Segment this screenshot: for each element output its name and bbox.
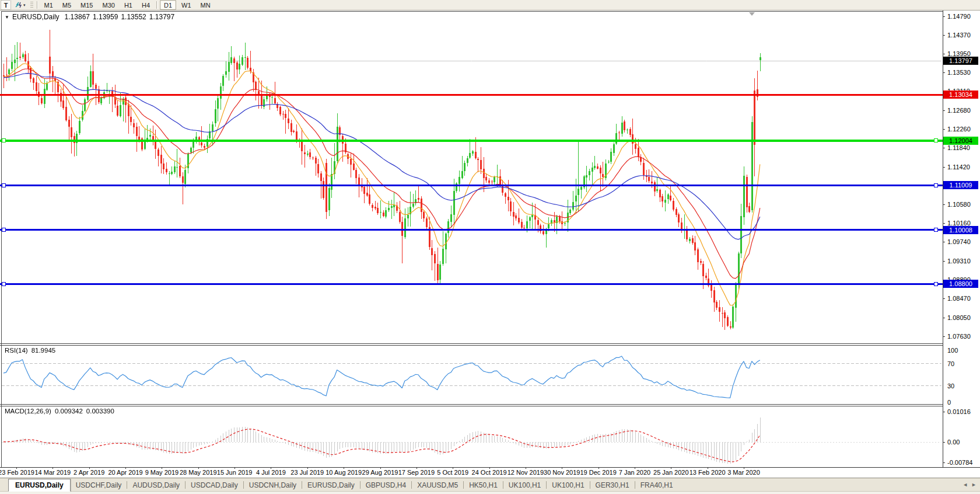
line-handle-icon[interactable] <box>934 183 938 187</box>
price-axis-tick-label: 1.11840 <box>947 144 970 151</box>
price-axis[interactable]: 1.147901.143701.139501.135301.131101.126… <box>943 11 980 467</box>
timeframe-button-h1[interactable]: H1 <box>120 0 136 10</box>
timeframe-button-m5[interactable]: M5 <box>58 0 75 10</box>
timeframe-button-m15[interactable]: M15 <box>76 0 97 10</box>
line-handle-icon[interactable] <box>934 228 938 232</box>
chart-tab-uk100-h1[interactable]: UK100,H1 <box>503 479 546 490</box>
chart-tab-bar: EURUSD,DailyUSDCHF,DailyAUDUSD,DailyUSDC… <box>0 478 980 494</box>
low-value: 1.13552 <box>121 13 146 21</box>
horizontal-line-object[interactable] <box>0 94 943 96</box>
macd-name: MACD(12,26,9) <box>5 408 51 415</box>
open-value: 1.13867 <box>65 13 90 21</box>
toolbar-grip[interactable] <box>30 2 33 9</box>
chart-tab-usdcad-daily[interactable]: USDCAD,Daily <box>186 479 243 490</box>
price-axis-tick-label: 1.10580 <box>947 201 971 208</box>
chevron-down-icon: ▾ <box>23 3 26 8</box>
timeframe-button-m30[interactable]: M30 <box>98 0 118 10</box>
rsi-axis-label: 100 <box>947 347 958 354</box>
close-value: 1.13797 <box>149 13 174 21</box>
tab-scroll-nav: ◄ ► <box>963 482 977 488</box>
time-axis-label: 9 May 2019 <box>145 469 178 476</box>
macd-axis-label: 0.01016 <box>947 408 971 415</box>
time-axis-label: 5 Oct 2019 <box>437 469 468 476</box>
time-axis-label: 17 Sep 2019 <box>398 469 435 476</box>
text-tool-button[interactable]: T <box>1 0 11 10</box>
time-axis-label: 12 Nov 2019 <box>508 469 544 476</box>
cursor-arrows-button[interactable]: ▾ <box>12 0 28 10</box>
timeframe-button-h4[interactable]: H4 <box>138 0 154 10</box>
rsi-axis-label: 70 <box>947 360 954 367</box>
chart-tab-usdchf-daily[interactable]: USDCHF,Daily <box>71 479 127 490</box>
horizontal-line-object[interactable] <box>0 185 943 186</box>
price-badge-support: 1.10008 <box>943 226 978 234</box>
price-badge-resistance: 1.13034 <box>943 91 978 99</box>
macd-axis-label: -0.00784 <box>947 459 972 466</box>
timeframe-button-w1[interactable]: W1 <box>177 0 195 10</box>
time-axis-label: 2 Apr 2019 <box>74 469 104 476</box>
tab-scroll-right-icon[interactable]: ► <box>971 482 977 488</box>
chart-tab-eurusd-daily[interactable]: EURUSD,Daily <box>302 479 360 490</box>
horizontal-line-object[interactable] <box>0 140 943 142</box>
time-axis-label: 4 Jul 2019 <box>256 469 286 476</box>
price-axis-tick-label: 1.08470 <box>947 295 971 302</box>
symbol-dropdown-icon[interactable]: ▼ <box>5 15 9 20</box>
time-axis-label: 28 May 2019 <box>180 469 217 476</box>
chart-tab-audusd-daily[interactable]: AUDUSD,Daily <box>127 479 185 490</box>
time-axis-label: 10 Aug 2019 <box>326 469 362 476</box>
horizontal-line-object[interactable] <box>0 283 943 285</box>
chart-tab-usdcnh-daily[interactable]: USDCNH,Daily <box>244 479 302 490</box>
time-axis-label: 23 Jul 2019 <box>290 469 324 476</box>
rsi-name: RSI(14) <box>5 347 28 354</box>
macd-label: MACD(12,26,9) 0.009342 0.003390 <box>5 408 114 415</box>
macd-axis-label: 0.00 <box>947 439 960 446</box>
timeframe-button-mn[interactable]: MN <box>197 0 215 10</box>
chart-tab-eurusd-daily[interactable]: EURUSD,Daily <box>8 479 71 492</box>
price-badge-support: 1.11009 <box>943 181 978 189</box>
line-handle-icon[interactable] <box>934 138 938 142</box>
line-handle-icon[interactable] <box>2 183 6 187</box>
time-axis-label: 24 Oct 2019 <box>472 469 507 476</box>
time-axis-label: 13 Feb 2020 <box>690 469 726 476</box>
price-badge-current-price: 1.13797 <box>943 57 978 65</box>
cursor-arrows-icon <box>15 1 22 9</box>
chart-ohlc-header: ▼ EURUSD,Daily 1.13867 1.13959 1.13552 1… <box>5 13 174 21</box>
macd-signal-value: 0.003390 <box>86 408 114 415</box>
price-axis-line <box>943 11 943 467</box>
price-badge-support: 1.12004 <box>943 137 978 145</box>
tab-scroll-left-icon[interactable]: ◄ <box>963 482 968 488</box>
chart-tab-uk100-h1[interactable]: UK100,H1 <box>547 479 589 490</box>
horizontal-line-object[interactable] <box>0 229 943 231</box>
line-handle-icon[interactable] <box>2 228 6 232</box>
time-axis-label: 23 Feb 2019 <box>0 469 34 476</box>
timeframe-button-m1[interactable]: M1 <box>40 0 57 10</box>
line-handle-icon[interactable] <box>2 282 6 286</box>
price-axis-tick-label: 1.09740 <box>947 238 971 245</box>
time-axis-label: 19 Dec 2019 <box>580 469 616 476</box>
timeframe-button-d1[interactable]: D1 <box>160 0 176 10</box>
time-axis-label: 25 Jan 2020 <box>653 469 689 476</box>
high-value: 1.13959 <box>93 13 118 21</box>
rsi-axis-label: 30 <box>947 382 954 389</box>
price-axis-tick-label: 1.14370 <box>947 32 971 39</box>
price-axis-tick-label: 1.09310 <box>947 258 971 265</box>
time-axis-label: 7 Jan 2020 <box>619 469 650 476</box>
chart-shift-marker-icon[interactable] <box>749 12 755 16</box>
time-axis[interactable]: 23 Feb 201914 Mar 20192 Apr 201920 Apr 2… <box>0 468 980 478</box>
rsi-value: 81.9945 <box>32 347 56 354</box>
chart-tab-fra40-h1[interactable]: FRA40,H1 <box>635 479 678 490</box>
toolbar-separator <box>156 1 158 9</box>
time-axis-label: 3 Mar 2020 <box>727 469 760 476</box>
tab-bar-strip <box>0 491 980 494</box>
line-handle-icon[interactable] <box>934 282 938 286</box>
chart-tab-gbpusd-h4[interactable]: GBPUSD,H4 <box>360 479 411 490</box>
price-chart-canvas[interactable] <box>0 11 943 467</box>
mt4-chart-window: T ▾ M1M5M15M30H1H4D1W1MN ▼ EURUSD,Daily … <box>0 0 980 494</box>
chart-tab-hk50-h1[interactable]: HK50,H1 <box>464 479 503 490</box>
chart-tab-ger30-h1[interactable]: GER30,H1 <box>590 479 635 490</box>
line-handle-icon[interactable] <box>2 138 6 142</box>
macd-main-value: 0.009342 <box>55 408 83 415</box>
symbol-label: EURUSD,Daily <box>12 13 60 21</box>
price-axis-tick-label: 1.12680 <box>947 107 971 114</box>
chart-tab-xauusd-m5[interactable]: XAUUSD,M5 <box>412 479 463 490</box>
time-axis-label: 20 Apr 2019 <box>108 469 142 476</box>
